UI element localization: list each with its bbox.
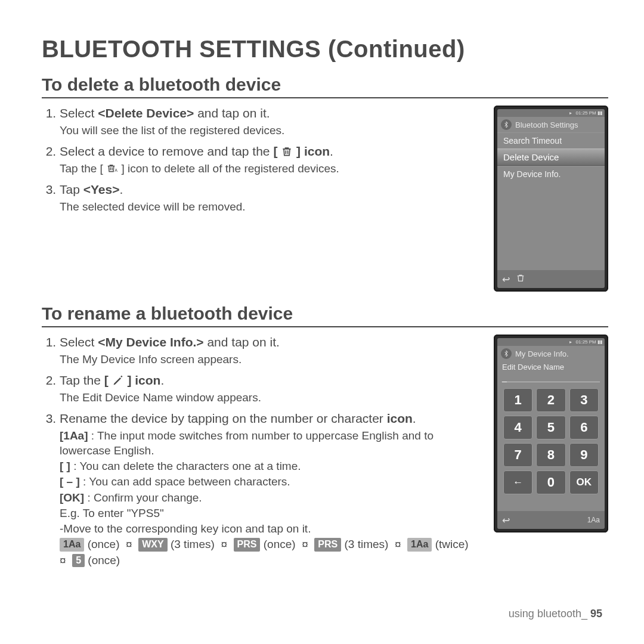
rename-step-2: Tap the [ ] icon. The Edit Device Name w…	[60, 373, 479, 405]
menu-item-delete-device: Delete Device	[497, 148, 605, 166]
section-delete-heading: To delete a bluetooth device	[42, 75, 608, 98]
back-icon: ↩	[502, 274, 510, 285]
example-sequence: 1Aa (once) ¤ WXY (3 times) ¤ PRS (once) …	[60, 537, 479, 552]
svg-text:A: A	[114, 168, 117, 173]
bluetooth-icon	[501, 348, 512, 359]
pencil-icon	[112, 374, 124, 386]
key-1: 1	[503, 388, 532, 412]
delete-step-2: Select a device to remove and tap the [ …	[60, 144, 479, 176]
section-rename-heading: To rename a bluetooth device	[42, 304, 608, 327]
screen-header: Bluetooth Settings	[497, 117, 605, 132]
key-4: 4	[503, 416, 532, 439]
page-footer: using bluetooth_ 95	[509, 608, 602, 620]
edit-device-name-label: Edit Device Name	[497, 361, 605, 371]
back-icon: ↩	[502, 515, 510, 526]
status-bar: ▸ 01:25 PM ▮▮	[497, 338, 605, 346]
delete-step-1: Select <Delete Device> and tap on it. Yo…	[60, 106, 479, 138]
page-title: BLUETOOTH SETTINGS (Continued)	[42, 36, 608, 63]
rename-step-1: Select <My Device Info.> and tap on it. …	[60, 335, 479, 367]
key-6: 6	[569, 416, 599, 439]
bluetooth-icon	[501, 119, 512, 130]
key-backspace: ←	[503, 470, 532, 494]
key-7: 7	[503, 443, 532, 467]
trash-all-icon: A	[106, 162, 118, 174]
key-ok: OK	[569, 470, 599, 494]
menu-item-my-device-info: My Device Info.	[497, 166, 605, 182]
key-3: 3	[569, 388, 599, 412]
rename-step-3: Rename the device by tapping on the numb…	[60, 411, 479, 568]
key-9: 9	[569, 443, 599, 467]
menu-item-search-timeout: Search Timeout	[497, 132, 605, 148]
device-screenshot-settings: ▸ 01:25 PM ▮▮ Bluetooth Settings Search …	[494, 106, 608, 292]
trash-icon	[281, 145, 293, 157]
device-screenshot-keypad: ▸ 01:25 PM ▮▮ My Device Info. Edit Devic…	[494, 335, 608, 532]
status-bar: ▸ 01:25 PM ▮▮	[497, 109, 605, 117]
key-8: 8	[536, 443, 565, 467]
key-2: 2	[536, 388, 565, 412]
input-mode-indicator: 1Aa	[587, 516, 600, 524]
key-0: 0	[536, 470, 565, 494]
keypad: 1 2 3 4 5 6 7 8 9 ← 0 OK	[497, 386, 605, 499]
trash-icon	[516, 273, 525, 285]
screen-header: My Device Info.	[497, 346, 605, 361]
edit-device-name-input: _	[502, 373, 600, 382]
key-5: 5	[536, 416, 565, 439]
delete-step-3: Tap <Yes>. The selected device will be r…	[60, 182, 479, 214]
